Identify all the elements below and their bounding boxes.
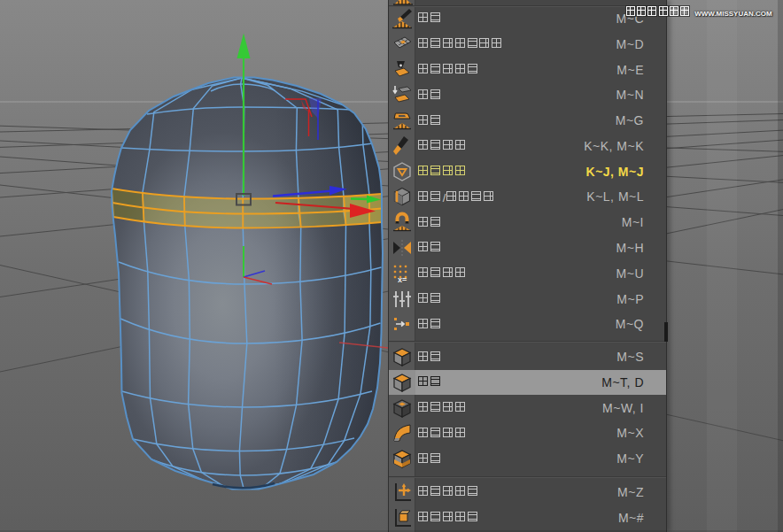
svg-text:x=: x= [398,275,407,284]
